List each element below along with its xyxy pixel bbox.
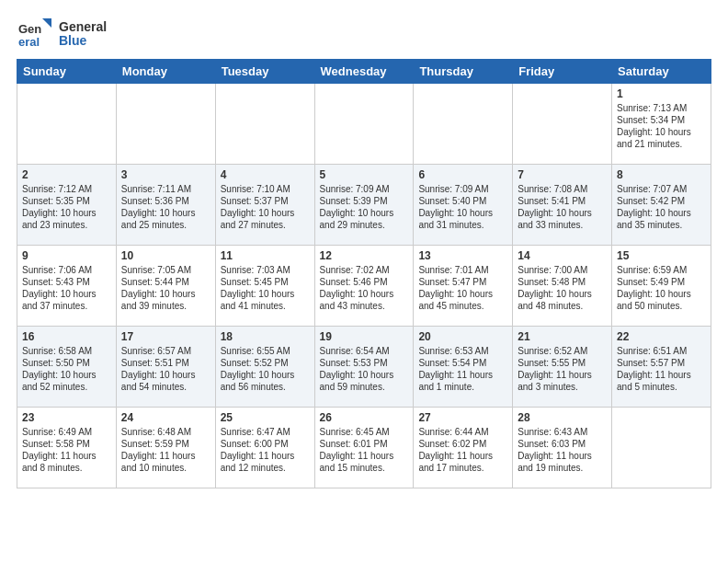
day-number: 26 — [320, 411, 409, 424]
day-info: Sunset: 5:39 PM — [320, 195, 409, 207]
day-info: Sunrise: 6:55 AM — [221, 345, 310, 357]
day-number: 12 — [320, 249, 409, 262]
day-info: Daylight: 10 hours and 59 minutes. — [320, 369, 409, 393]
day-info: Daylight: 10 hours and 27 minutes. — [221, 207, 310, 231]
calendar-cell: 1Sunrise: 7:13 AMSunset: 5:34 PMDaylight… — [612, 84, 711, 165]
day-info: Sunrise: 6:49 AM — [22, 426, 111, 438]
calendar-cell: 17Sunrise: 6:57 AMSunset: 5:51 PMDayligh… — [116, 327, 215, 408]
calendar-week-row: 1Sunrise: 7:13 AMSunset: 5:34 PMDaylight… — [17, 84, 711, 165]
calendar-cell: 21Sunrise: 6:52 AMSunset: 5:55 PMDayligh… — [513, 327, 612, 408]
day-info: Daylight: 10 hours and 29 minutes. — [320, 207, 409, 231]
day-info: Sunrise: 7:10 AM — [221, 183, 310, 195]
day-info: Sunrise: 7:07 AM — [617, 183, 706, 195]
calendar-cell: 2Sunrise: 7:12 AMSunset: 5:35 PMDaylight… — [17, 165, 117, 246]
day-info: Daylight: 10 hours and 35 minutes. — [617, 207, 706, 231]
day-info: Sunset: 5:57 PM — [617, 357, 706, 369]
day-info: Sunrise: 6:44 AM — [418, 426, 507, 438]
day-info: Sunset: 5:35 PM — [22, 195, 111, 207]
day-info: Sunrise: 6:58 AM — [22, 345, 111, 357]
day-info: Sunrise: 7:08 AM — [518, 183, 607, 195]
calendar-cell: 26Sunrise: 6:45 AMSunset: 6:01 PMDayligh… — [314, 408, 414, 488]
day-info: Sunrise: 6:57 AM — [121, 345, 210, 357]
day-number: 28 — [518, 411, 607, 424]
day-info: Sunset: 5:37 PM — [221, 195, 310, 207]
day-info: Sunrise: 7:13 AM — [617, 102, 706, 114]
logo-blue: Blue — [59, 34, 107, 48]
day-number: 6 — [418, 168, 507, 181]
day-info: Sunrise: 6:52 AM — [518, 345, 607, 357]
day-info: Daylight: 10 hours and 48 minutes. — [518, 288, 607, 312]
calendar-week-row: 23Sunrise: 6:49 AMSunset: 5:58 PMDayligh… — [17, 408, 711, 488]
day-info: Sunrise: 6:59 AM — [617, 264, 706, 276]
day-info: Daylight: 11 hours and 10 minutes. — [121, 450, 210, 474]
calendar-cell: 13Sunrise: 7:01 AMSunset: 5:47 PMDayligh… — [414, 246, 513, 327]
day-number: 23 — [22, 411, 111, 424]
day-info: Daylight: 10 hours and 43 minutes. — [320, 288, 409, 312]
day-number: 13 — [418, 249, 507, 262]
day-info: Sunset: 5:51 PM — [121, 357, 210, 369]
calendar-week-row: 9Sunrise: 7:06 AMSunset: 5:43 PMDaylight… — [17, 246, 711, 327]
day-info: Sunset: 6:02 PM — [418, 438, 507, 450]
calendar-cell: 11Sunrise: 7:03 AMSunset: 5:45 PMDayligh… — [215, 246, 314, 327]
day-info: Sunset: 5:49 PM — [617, 276, 706, 288]
day-info: Daylight: 10 hours and 21 minutes. — [617, 126, 706, 150]
day-info: Daylight: 11 hours and 15 minutes. — [320, 450, 409, 474]
day-info: Sunrise: 7:09 AM — [320, 183, 409, 195]
day-info: Sunset: 5:55 PM — [518, 357, 607, 369]
day-info: Sunset: 6:00 PM — [221, 438, 310, 450]
day-info: Sunrise: 6:43 AM — [518, 426, 607, 438]
calendar-cell: 15Sunrise: 6:59 AMSunset: 5:49 PMDayligh… — [612, 246, 711, 327]
calendar-week-row: 16Sunrise: 6:58 AMSunset: 5:50 PMDayligh… — [17, 327, 711, 408]
day-info: Daylight: 10 hours and 52 minutes. — [22, 369, 111, 393]
day-info: Daylight: 11 hours and 12 minutes. — [221, 450, 310, 474]
day-info: Sunrise: 7:11 AM — [121, 183, 210, 195]
day-number: 9 — [22, 249, 111, 262]
calendar-cell — [612, 408, 711, 488]
calendar-cell: 24Sunrise: 6:48 AMSunset: 5:59 PMDayligh… — [116, 408, 215, 488]
day-number: 20 — [418, 330, 507, 343]
day-number: 16 — [22, 330, 111, 343]
day-info: Sunset: 5:36 PM — [121, 195, 210, 207]
day-of-week-header: Sunday — [17, 60, 117, 84]
logo: Gen eral General Blue — [17, 17, 107, 52]
day-info: Sunrise: 7:06 AM — [22, 264, 111, 276]
day-info: Sunrise: 6:48 AM — [121, 426, 210, 438]
day-of-week-header: Tuesday — [215, 60, 314, 84]
calendar-cell: 7Sunrise: 7:08 AMSunset: 5:41 PMDaylight… — [513, 165, 612, 246]
calendar-cell: 27Sunrise: 6:44 AMSunset: 6:02 PMDayligh… — [414, 408, 513, 488]
calendar-cell: 25Sunrise: 6:47 AMSunset: 6:00 PMDayligh… — [215, 408, 314, 488]
day-info: Daylight: 11 hours and 19 minutes. — [518, 450, 607, 474]
calendar-cell: 18Sunrise: 6:55 AMSunset: 5:52 PMDayligh… — [215, 327, 314, 408]
calendar-table: SundayMondayTuesdayWednesdayThursdayFrid… — [17, 59, 711, 488]
day-number: 2 — [22, 168, 111, 181]
day-number: 8 — [617, 168, 706, 181]
day-info: Sunset: 6:03 PM — [518, 438, 607, 450]
calendar-cell: 14Sunrise: 7:00 AMSunset: 5:48 PMDayligh… — [513, 246, 612, 327]
svg-marker-2 — [42, 18, 51, 28]
logo-graphic: Gen eral — [17, 17, 51, 52]
day-of-week-header: Friday — [513, 60, 612, 84]
day-number: 5 — [320, 168, 409, 181]
day-info: Sunrise: 6:54 AM — [320, 345, 409, 357]
day-info: Sunrise: 7:09 AM — [418, 183, 507, 195]
day-of-week-header: Saturday — [612, 60, 711, 84]
calendar-cell — [513, 84, 612, 165]
day-info: Daylight: 11 hours and 3 minutes. — [518, 369, 607, 393]
day-info: Daylight: 10 hours and 23 minutes. — [22, 207, 111, 231]
day-info: Sunset: 5:44 PM — [121, 276, 210, 288]
day-info: Daylight: 10 hours and 41 minutes. — [221, 288, 310, 312]
day-number: 17 — [121, 330, 210, 343]
day-of-week-header: Wednesday — [314, 60, 414, 84]
day-info: Sunrise: 6:45 AM — [320, 426, 409, 438]
day-number: 1 — [617, 87, 706, 100]
day-number: 22 — [617, 330, 706, 343]
day-info: Sunset: 5:47 PM — [418, 276, 507, 288]
day-info: Sunrise: 7:12 AM — [22, 183, 111, 195]
day-info: Sunset: 5:45 PM — [221, 276, 310, 288]
calendar-header-row: SundayMondayTuesdayWednesdayThursdayFrid… — [17, 60, 711, 84]
calendar-cell: 5Sunrise: 7:09 AMSunset: 5:39 PMDaylight… — [314, 165, 414, 246]
day-info: Sunset: 5:59 PM — [121, 438, 210, 450]
day-info: Daylight: 11 hours and 8 minutes. — [22, 450, 111, 474]
day-info: Sunset: 5:43 PM — [22, 276, 111, 288]
calendar-cell: 22Sunrise: 6:51 AMSunset: 5:57 PMDayligh… — [612, 327, 711, 408]
